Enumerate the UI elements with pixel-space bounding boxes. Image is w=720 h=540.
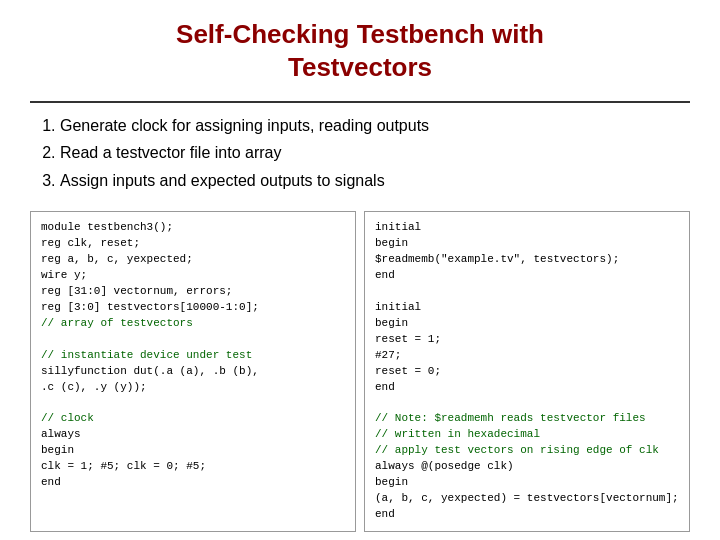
code-line xyxy=(375,284,679,300)
code-line: initial xyxy=(375,220,679,236)
title-divider xyxy=(30,101,690,103)
code-line: // instantiate device under test xyxy=(41,348,345,364)
code-line: reset = 1; xyxy=(375,332,679,348)
code-line: wire y; xyxy=(41,268,345,284)
code-line: // array of testvectors xyxy=(41,316,345,332)
bullet-item-1: Generate clock for assigning inputs, rea… xyxy=(60,115,690,137)
code-line: // Note: $readmemh reads testvector file… xyxy=(375,411,679,427)
code-area: module testbench3(); reg clk, reset; reg… xyxy=(30,211,690,532)
code-line: // written in hexadecimal xyxy=(375,427,679,443)
code-line: end xyxy=(375,507,679,523)
slide: Self-Checking Testbench with Testvectors… xyxy=(0,0,720,540)
bullet-list: Generate clock for assigning inputs, rea… xyxy=(60,115,690,197)
code-line: (a, b, c, yexpected) = testvectors[vecto… xyxy=(375,491,679,507)
code-line: begin xyxy=(375,316,679,332)
code-line: reg clk, reset; xyxy=(41,236,345,252)
code-line xyxy=(41,332,345,348)
code-line: sillyfunction dut(.a (a), .b (b), xyxy=(41,364,345,380)
title-area: Self-Checking Testbench with Testvectors xyxy=(30,18,690,83)
slide-title: Self-Checking Testbench with Testvectors xyxy=(30,18,690,83)
code-line: always xyxy=(41,427,345,443)
code-line: initial xyxy=(375,300,679,316)
code-line: end xyxy=(375,268,679,284)
code-line: begin xyxy=(375,236,679,252)
code-line: end xyxy=(41,475,345,491)
code-box-left: module testbench3(); reg clk, reset; reg… xyxy=(30,211,356,532)
code-line: // clock xyxy=(41,411,345,427)
code-line xyxy=(41,395,345,411)
code-line: begin xyxy=(375,475,679,491)
code-line: reset = 0; xyxy=(375,364,679,380)
code-line: // apply test vectors on rising edge of … xyxy=(375,443,679,459)
code-line: always @(posedge clk) xyxy=(375,459,679,475)
code-box-right: initial begin $readmemb("example.tv", te… xyxy=(364,211,690,532)
code-line: $readmemb("example.tv", testvectors); xyxy=(375,252,679,268)
code-line: #27; xyxy=(375,348,679,364)
code-line xyxy=(375,395,679,411)
bullet-item-3: Assign inputs and expected outputs to si… xyxy=(60,170,690,192)
code-line: module testbench3(); xyxy=(41,220,345,236)
code-line: .c (c), .y (y)); xyxy=(41,380,345,396)
code-line: begin xyxy=(41,443,345,459)
code-line: reg a, b, c, yexpected; xyxy=(41,252,345,268)
code-line: clk = 1; #5; clk = 0; #5; xyxy=(41,459,345,475)
bullet-item-2: Read a testvector file into array xyxy=(60,142,690,164)
code-line: end xyxy=(375,380,679,396)
code-line: reg [3:0] testvectors[10000-1:0]; xyxy=(41,300,345,316)
code-line: reg [31:0] vectornum, errors; xyxy=(41,284,345,300)
